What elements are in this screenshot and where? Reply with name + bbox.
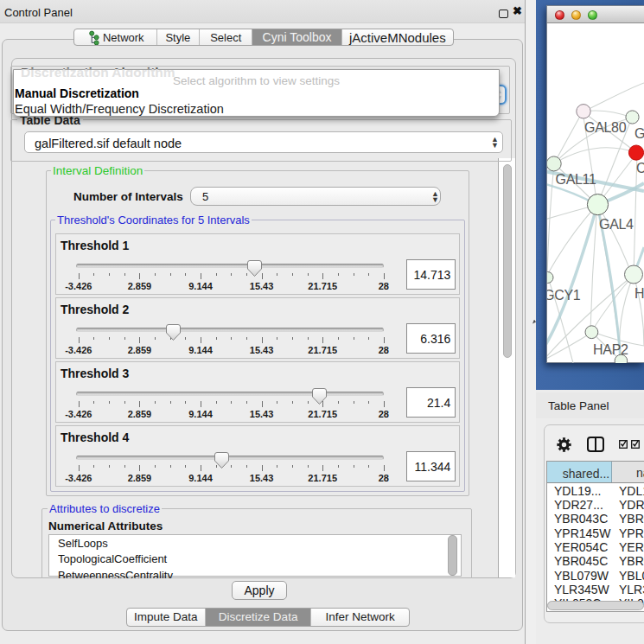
svg-text:HI: HI bbox=[634, 286, 644, 301]
svg-text:GAL80: GAL80 bbox=[584, 120, 627, 135]
svg-text:GAL11: GAL11 bbox=[556, 172, 597, 187]
svg-text:GCY1: GCY1 bbox=[547, 288, 581, 303]
svg-text:CY: CY bbox=[636, 161, 644, 175]
svg-text:HAP2: HAP2 bbox=[593, 342, 628, 357]
svg-text:GA: GA bbox=[634, 126, 644, 141]
svg-text:GAL4: GAL4 bbox=[599, 217, 634, 232]
